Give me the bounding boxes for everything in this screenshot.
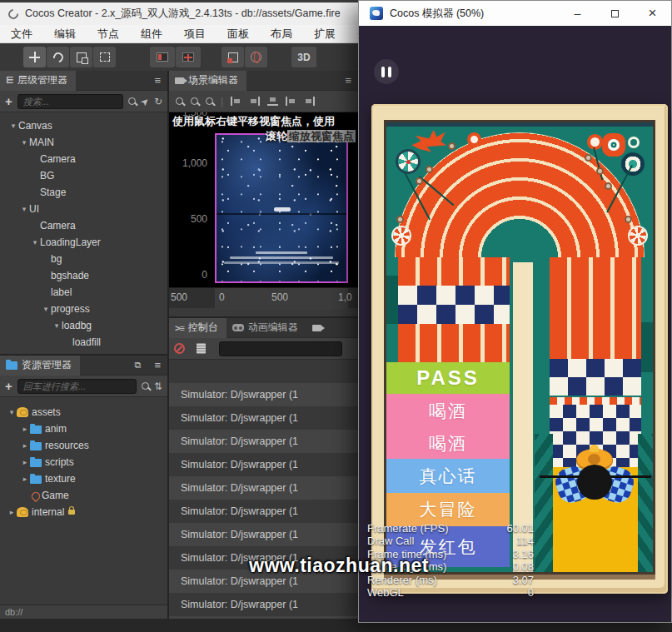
- expand-arrow-icon[interactable]: ▾: [19, 138, 29, 147]
- stat-label: WebGL: [367, 586, 404, 599]
- menu-item[interactable]: 文件: [0, 25, 43, 43]
- hierarchy-node[interactable]: BG: [0, 167, 167, 184]
- align-right-icon[interactable]: [249, 97, 260, 106]
- asset-node[interactable]: ▸ anim: [0, 421, 167, 437]
- local-gizmo-button[interactable]: [222, 47, 244, 67]
- console-filter-input[interactable]: [219, 341, 342, 356]
- asset-node[interactable]: ▸ internal: [0, 504, 167, 520]
- asset-node[interactable]: ▸ scripts: [0, 454, 167, 470]
- align-left-icon[interactable]: [231, 97, 241, 106]
- expand-arrow-icon[interactable]: ▸: [20, 475, 30, 483]
- action-band-button[interactable]: 喝酒: [386, 428, 510, 459]
- rotate-tool-button[interactable]: [47, 47, 69, 67]
- expand-arrow-icon[interactable]: ▸: [20, 425, 30, 433]
- tab-console[interactable]: >≡ 控制台: [169, 318, 226, 338]
- asset-type-icon: [30, 490, 42, 501]
- asset-node[interactable]: ▸ texture: [0, 470, 167, 487]
- menu-item[interactable]: 扩展: [303, 25, 346, 43]
- rect-tool-button[interactable]: [93, 47, 116, 67]
- hierarchy-node[interactable]: ▾ Canvas: [0, 117, 167, 134]
- pause-icon: [388, 67, 391, 77]
- expand-arrow-icon[interactable]: ▾: [19, 205, 29, 213]
- locate-icon[interactable]: ➤: [137, 94, 152, 108]
- align-center-v-icon[interactable]: [286, 97, 296, 106]
- menu-item[interactable]: 面板: [217, 25, 260, 43]
- assets-menu-icon[interactable]: ≡: [147, 359, 167, 371]
- console-log[interactable]: Simulator: D/jswrapper (1Simulator: D/js…: [169, 360, 358, 620]
- sort-icon[interactable]: ⇅: [154, 381, 162, 392]
- clear-console-icon[interactable]: [174, 343, 185, 354]
- global-gizmo-button[interactable]: [245, 47, 267, 67]
- action-band-button[interactable]: PASS: [386, 362, 510, 394]
- hierarchy-node[interactable]: bgshade: [0, 267, 167, 284]
- hierarchy-node[interactable]: label: [0, 284, 167, 301]
- align-bottom-icon[interactable]: [267, 97, 278, 106]
- pivot-mode-button[interactable]: [150, 47, 175, 67]
- move-tool-button[interactable]: [23, 47, 46, 67]
- expand-arrow-icon[interactable]: ▾: [8, 122, 18, 130]
- game-stage[interactable]: PASS喝酒喝酒真心话大冒险发红包: [386, 122, 653, 572]
- expand-arrow-icon[interactable]: ▾: [30, 238, 40, 246]
- anchor-mode-button[interactable]: [176, 47, 201, 67]
- scene-viewport[interactable]: 1,500 1,000 500 0 使用鼠标右键平移视窗焦点，使用 滚轮缩放视窗…: [169, 112, 358, 287]
- asset-node[interactable]: ▾ assets: [0, 404, 167, 421]
- hierarchy-node[interactable]: ▾ MAIN: [0, 134, 167, 151]
- assets-search-input[interactable]: [17, 379, 137, 394]
- expand-arrow-icon[interactable]: ▸: [20, 458, 30, 466]
- simulator-titlebar[interactable]: Cocos 模拟器 (50%) – ×: [359, 1, 671, 26]
- expand-arrow-icon[interactable]: ▾: [7, 408, 17, 416]
- hierarchy-node[interactable]: loadfill: [0, 334, 167, 351]
- scene-menu-icon[interactable]: ≡: [338, 74, 358, 87]
- menu-item[interactable]: 项目: [173, 25, 217, 43]
- menu-item[interactable]: 编辑: [43, 25, 87, 43]
- minimize-button[interactable]: –: [559, 1, 596, 26]
- scale-tool-button[interactable]: [70, 47, 92, 67]
- zoom-reset-icon[interactable]: [206, 97, 213, 105]
- expand-arrow-icon[interactable]: ▸: [7, 508, 17, 516]
- tab-video[interactable]: [306, 318, 330, 338]
- align-center-h-icon[interactable]: [304, 97, 315, 106]
- hierarchy-node[interactable]: Camera: [0, 217, 167, 234]
- tab-animation-editor[interactable]: 动画编辑器: [226, 318, 306, 338]
- tab-assets[interactable]: 资源管理器: [0, 356, 80, 376]
- action-band-button[interactable]: 大冒险: [386, 493, 510, 526]
- close-button[interactable]: ×: [634, 1, 671, 26]
- asset-node[interactable]: ▸ resources: [0, 437, 167, 454]
- tab-hierarchy[interactable]: ⋿ 层级管理器: [0, 71, 76, 91]
- pause-button[interactable]: [374, 59, 399, 84]
- node-label: loadbg: [62, 320, 92, 331]
- menu-item[interactable]: 节点: [87, 25, 130, 43]
- hierarchy-node[interactable]: ▾ UI: [0, 201, 167, 217]
- hierarchy-node[interactable]: Stage: [0, 184, 167, 201]
- refresh-icon[interactable]: ↻: [154, 96, 162, 107]
- hierarchy-menu-icon[interactable]: ≡: [147, 74, 167, 87]
- hierarchy-node[interactable]: Camera: [0, 151, 167, 167]
- maximize-button[interactable]: [596, 1, 634, 26]
- zoom-in-icon[interactable]: [176, 97, 183, 105]
- hierarchy-search-input[interactable]: [17, 94, 123, 109]
- action-band-button[interactable]: 喝酒: [386, 394, 510, 428]
- console-log-line: Simulator: D/jswrapper (1: [169, 453, 358, 476]
- menu-item[interactable]: 布局: [260, 25, 303, 43]
- hierarchy-node[interactable]: ▾ loadbg: [0, 317, 167, 334]
- log-file-icon[interactable]: [197, 343, 206, 354]
- search-icon[interactable]: [128, 97, 136, 105]
- scene-canvas-preview[interactable]: [215, 133, 348, 283]
- tab-scene[interactable]: 场景编辑器: [169, 71, 246, 91]
- assets-popout-icon[interactable]: ⧉: [128, 360, 148, 371]
- zoom-out-icon[interactable]: [191, 97, 198, 105]
- expand-arrow-icon[interactable]: ▾: [52, 321, 62, 330]
- expand-arrow-icon[interactable]: ▸: [20, 441, 30, 450]
- 3d-mode-button[interactable]: 3D: [291, 47, 316, 67]
- hierarchy-node[interactable]: bg: [0, 251, 167, 267]
- hierarchy-add-button[interactable]: +: [5, 94, 12, 108]
- search-icon[interactable]: [142, 382, 149, 390]
- menu-item[interactable]: 组件: [130, 25, 173, 43]
- decor-dot: [396, 216, 404, 223]
- hierarchy-node[interactable]: ▾ progress: [0, 301, 167, 317]
- hierarchy-node[interactable]: ▾ LoadingLayer: [0, 234, 167, 251]
- expand-arrow-icon[interactable]: ▾: [41, 305, 51, 313]
- asset-node[interactable]: Game: [0, 487, 167, 504]
- assets-add-button[interactable]: +: [5, 379, 12, 393]
- action-band-button[interactable]: 真心话: [386, 459, 510, 493]
